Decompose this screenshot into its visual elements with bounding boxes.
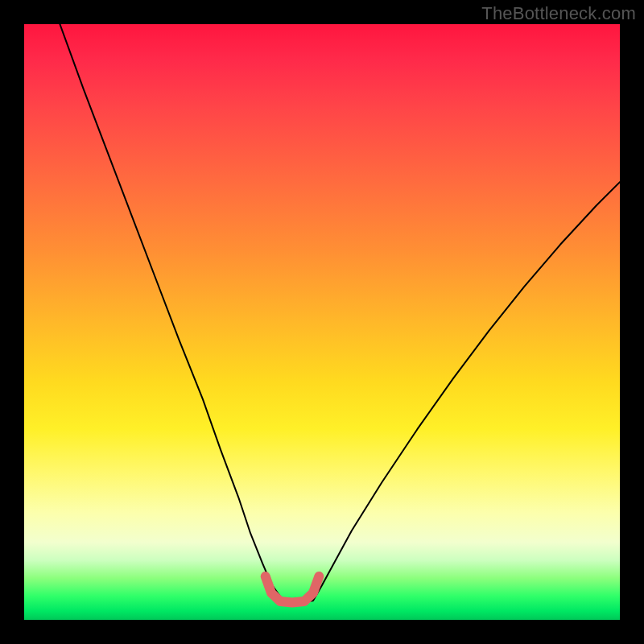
bottleneck-curve — [60, 24, 620, 602]
curve-layer — [24, 24, 620, 620]
watermark-text: TheBottleneck.com — [481, 3, 636, 24]
plot-area — [24, 24, 620, 620]
flat-bottom-highlight — [266, 576, 320, 603]
chart-frame: TheBottleneck.com — [0, 0, 644, 644]
